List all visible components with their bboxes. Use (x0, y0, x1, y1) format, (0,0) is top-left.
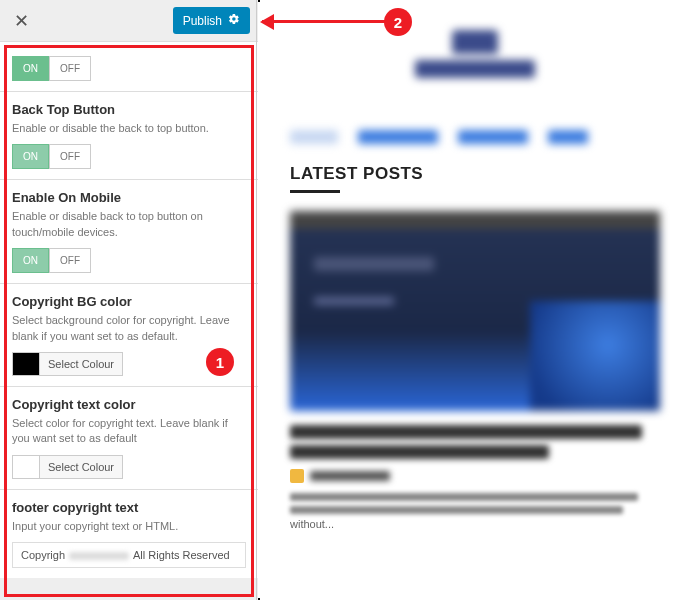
annotation-marker-2: 2 (384, 8, 412, 36)
toggle-off[interactable]: OFF (49, 144, 91, 169)
annotation-arrow (262, 20, 386, 23)
nav-item[interactable] (290, 130, 338, 144)
section-back-top: Back Top Button Enable or disable the ba… (0, 92, 258, 180)
section-desc: Select background color for copyright. L… (12, 313, 246, 344)
customizer-sidebar: ✕ Publish ON OFF Back Top Button Enable … (0, 0, 258, 600)
section-toggle-top: ON OFF (0, 42, 258, 92)
panel-body: ON OFF Back Top Button Enable or disable… (0, 42, 258, 600)
latest-posts-heading: LATEST POSTS (290, 164, 660, 184)
post-image (290, 211, 660, 411)
nav-row (290, 130, 660, 144)
sidebar-header: ✕ Publish (0, 0, 258, 42)
toggle-off[interactable]: OFF (49, 56, 91, 81)
section-text-color: Copyright text color Select color for co… (0, 387, 258, 490)
nav-item[interactable] (548, 130, 588, 144)
heading-underline (290, 190, 340, 193)
footer-text-input[interactable]: CopyrighAll Rights Reserved (12, 542, 246, 568)
toggle-on[interactable]: ON (12, 144, 49, 169)
post-card[interactable]: without... (290, 211, 660, 530)
footer-text-prefix: Copyrigh (21, 549, 65, 561)
close-icon[interactable]: ✕ (8, 10, 35, 32)
nav-item[interactable] (358, 130, 438, 144)
section-desc: Input your copyright text or HTML. (12, 519, 246, 534)
color-swatch[interactable] (12, 455, 40, 479)
annotation-marker-1: 1 (206, 348, 234, 376)
section-title: Enable On Mobile (12, 190, 246, 205)
section-title: Copyright BG color (12, 294, 246, 309)
section-title: Copyright text color (12, 397, 246, 412)
post-excerpt (290, 493, 660, 514)
color-swatch[interactable] (12, 352, 40, 376)
toggle-on[interactable]: ON (12, 248, 49, 273)
section-footer-text: footer copyright text Input your copyrig… (0, 490, 258, 578)
redacted-text (69, 552, 129, 560)
toggle-off[interactable]: OFF (49, 248, 91, 273)
select-colour-button[interactable]: Select Colour (40, 455, 123, 479)
publish-label: Publish (183, 14, 222, 28)
author-name (310, 471, 390, 481)
select-colour-button[interactable]: Select Colour (40, 352, 123, 376)
avatar (290, 469, 304, 483)
post-meta (290, 469, 660, 483)
footer-text-suffix: All Rights Reserved (133, 549, 230, 561)
divider (256, 0, 257, 600)
section-desc: Enable or disable the back to top button… (12, 121, 246, 136)
preview-pane: LATEST POSTS without... (260, 0, 690, 600)
section-desc: Enable or disable back to top button on … (12, 209, 246, 240)
gear-icon (228, 13, 240, 28)
site-logo (415, 30, 535, 90)
section-enable-mobile: Enable On Mobile Enable or disable back … (0, 180, 258, 284)
section-title: Back Top Button (12, 102, 246, 117)
excerpt-tail: without... (290, 518, 660, 530)
post-title (290, 425, 660, 459)
publish-button[interactable]: Publish (173, 7, 250, 34)
section-desc: Select color for copyright text. Leave b… (12, 416, 246, 447)
nav-item[interactable] (458, 130, 528, 144)
toggle-on[interactable]: ON (12, 56, 49, 81)
section-title: footer copyright text (12, 500, 246, 515)
